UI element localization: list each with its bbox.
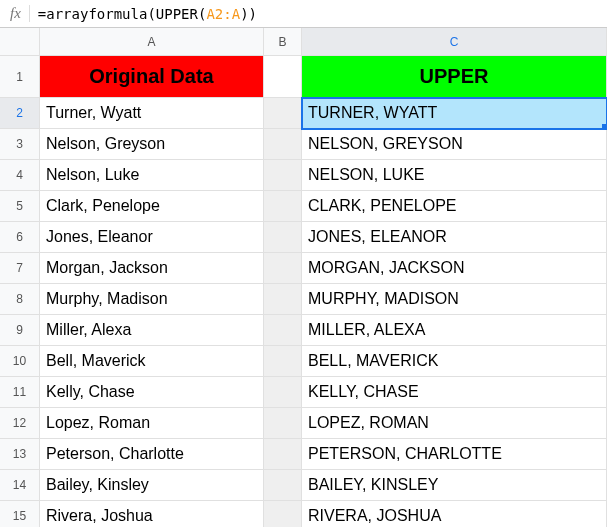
cell-b11[interactable] (264, 377, 302, 408)
cell-a9[interactable]: Miller, Alexa (40, 315, 264, 346)
col-header-c[interactable]: C (302, 28, 607, 56)
cell-b2[interactable] (264, 98, 302, 129)
cell-b4[interactable] (264, 160, 302, 191)
header-cell-original-data[interactable]: Original Data (40, 56, 264, 98)
fx-icon: fx (6, 5, 30, 22)
formula-bar: fx =arrayformula(UPPER(A2:A)) (0, 0, 607, 28)
row-header-4[interactable]: 4 (0, 160, 40, 191)
row-header-2[interactable]: 2 (0, 98, 40, 129)
row-header-10[interactable]: 10 (0, 346, 40, 377)
row-header-14[interactable]: 14 (0, 470, 40, 501)
cell-a6[interactable]: Jones, Eleanor (40, 222, 264, 253)
row-header-9[interactable]: 9 (0, 315, 40, 346)
cell-b8[interactable] (264, 284, 302, 315)
cell-c15[interactable]: RIVERA, JOSHUA (302, 501, 607, 527)
cell-b15[interactable] (264, 501, 302, 527)
cell-c14[interactable]: BAILEY, KINSLEY (302, 470, 607, 501)
header-cell-upper[interactable]: UPPER (302, 56, 607, 98)
cell-c12[interactable]: LOPEZ, ROMAN (302, 408, 607, 439)
row-header-8[interactable]: 8 (0, 284, 40, 315)
cell-a12[interactable]: Lopez, Roman (40, 408, 264, 439)
cell-a2[interactable]: Turner, Wyatt (40, 98, 264, 129)
row-header-3[interactable]: 3 (0, 129, 40, 160)
cell-c8[interactable]: MURPHY, MADISON (302, 284, 607, 315)
row-header-11[interactable]: 11 (0, 377, 40, 408)
corner-cell[interactable] (0, 28, 40, 56)
cell-a3[interactable]: Nelson, Greyson (40, 129, 264, 160)
cell-a4[interactable]: Nelson, Luke (40, 160, 264, 191)
cell-c3[interactable]: NELSON, GREYSON (302, 129, 607, 160)
row-header-1[interactable]: 1 (0, 56, 40, 98)
spreadsheet-grid: A B C 1 Original Data UPPER 2 Turner, Wy… (0, 28, 607, 527)
cell-a13[interactable]: Peterson, Charlotte (40, 439, 264, 470)
row-header-15[interactable]: 15 (0, 501, 40, 527)
col-header-a[interactable]: A (40, 28, 264, 56)
row-header-13[interactable]: 13 (0, 439, 40, 470)
cell-a10[interactable]: Bell, Maverick (40, 346, 264, 377)
cell-c4[interactable]: NELSON, LUKE (302, 160, 607, 191)
cell-c5[interactable]: CLARK, PENELOPE (302, 191, 607, 222)
formula-prefix: =arrayformula(UPPER( (38, 6, 207, 22)
row-header-7[interactable]: 7 (0, 253, 40, 284)
row-header-6[interactable]: 6 (0, 222, 40, 253)
row-header-5[interactable]: 5 (0, 191, 40, 222)
cell-c2[interactable]: TURNER, WYATT (302, 98, 607, 129)
row-header-12[interactable]: 12 (0, 408, 40, 439)
cell-c7[interactable]: MORGAN, JACKSON (302, 253, 607, 284)
cell-a15[interactable]: Rivera, Joshua (40, 501, 264, 527)
cell-b9[interactable] (264, 315, 302, 346)
cell-b3[interactable] (264, 129, 302, 160)
col-header-b[interactable]: B (264, 28, 302, 56)
cell-a5[interactable]: Clark, Penelope (40, 191, 264, 222)
cell-b13[interactable] (264, 439, 302, 470)
header-cell-b[interactable] (264, 56, 302, 98)
formula-input[interactable]: =arrayformula(UPPER(A2:A)) (38, 6, 601, 22)
cell-b12[interactable] (264, 408, 302, 439)
cell-c11[interactable]: KELLY, CHASE (302, 377, 607, 408)
cell-b14[interactable] (264, 470, 302, 501)
cell-c10[interactable]: BELL, MAVERICK (302, 346, 607, 377)
cell-a8[interactable]: Murphy, Madison (40, 284, 264, 315)
cell-a14[interactable]: Bailey, Kinsley (40, 470, 264, 501)
cell-c13[interactable]: PETERSON, CHARLOTTE (302, 439, 607, 470)
cell-b10[interactable] (264, 346, 302, 377)
cell-b5[interactable] (264, 191, 302, 222)
cell-c6[interactable]: JONES, ELEANOR (302, 222, 607, 253)
cell-b6[interactable] (264, 222, 302, 253)
cell-c9[interactable]: MILLER, ALEXA (302, 315, 607, 346)
formula-ref: A2:A (206, 6, 240, 22)
cell-a11[interactable]: Kelly, Chase (40, 377, 264, 408)
formula-suffix: )) (240, 6, 257, 22)
cell-b7[interactable] (264, 253, 302, 284)
cell-a7[interactable]: Morgan, Jackson (40, 253, 264, 284)
